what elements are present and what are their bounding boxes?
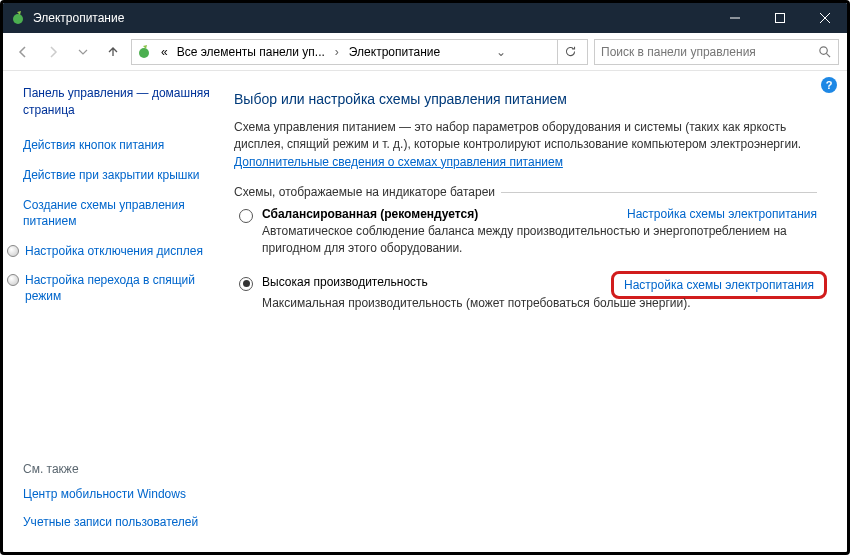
sidebar: Панель управления — домашняя страница Де… (3, 71, 216, 552)
breadcrumb-item-all[interactable]: Все элементы панели уп... (173, 43, 329, 61)
svg-line-7 (826, 53, 830, 57)
app-icon (11, 10, 27, 26)
breadcrumb[interactable]: « Все элементы панели уп... › Электропит… (131, 39, 588, 65)
see-also-mobility[interactable]: Центр мобильности Windows (23, 486, 210, 502)
forward-button (41, 40, 65, 64)
plan-high-performance-name[interactable]: Высокая производительность (262, 275, 617, 289)
help-icon[interactable]: ? (821, 77, 837, 93)
title-bar: Электропитание (3, 3, 847, 33)
search-placeholder: Поиск в панели управления (601, 45, 816, 59)
refresh-button[interactable] (557, 40, 583, 64)
sidebar-link-power-buttons[interactable]: Действия кнопок питания (23, 137, 210, 153)
page-heading: Выбор или настройка схемы управления пит… (234, 91, 817, 107)
bullet-icon (7, 274, 19, 286)
see-also-accounts[interactable]: Учетные записи пользователей (23, 514, 210, 530)
back-button[interactable] (11, 40, 35, 64)
description-text: Схема управления питанием — это набор па… (234, 120, 801, 151)
main-panel: Выбор или настройка схемы управления пит… (216, 71, 847, 552)
bullet-icon (7, 245, 19, 257)
breadcrumb-prefix[interactable]: « (157, 43, 172, 61)
plan-balanced-name[interactable]: Сбалансированная (рекомендуется) (262, 207, 623, 221)
group-label: Схемы, отображаемые на индикаторе батаре… (234, 185, 817, 199)
window-title: Электропитание (33, 11, 712, 25)
page-description: Схема управления питанием — это набор па… (234, 119, 817, 171)
chevron-right-icon[interactable]: › (330, 45, 344, 59)
svg-point-0 (13, 14, 23, 24)
plan-high-performance-desc: Максимальная производительность (может п… (262, 295, 817, 312)
search-input[interactable]: Поиск в панели управления (594, 39, 839, 65)
up-button[interactable] (101, 40, 125, 64)
radio-balanced[interactable] (239, 209, 253, 223)
more-info-link[interactable]: Дополнительные сведения о схемах управле… (234, 155, 563, 169)
content-area: ? Панель управления — домашняя страница … (3, 71, 847, 552)
plan-balanced-desc: Автоматическое соблюдение баланса между … (262, 223, 817, 257)
svg-point-5 (139, 48, 149, 58)
plan-high-performance: Высокая производительность Настройка схе… (234, 275, 817, 326)
chevron-down-icon[interactable]: ⌄ (491, 45, 511, 59)
sidebar-link-display-off[interactable]: Настройка отключения дисплея (25, 243, 203, 259)
plans-group: Схемы, отображаемые на индикаторе батаре… (234, 185, 817, 325)
plan-balanced-settings-link[interactable]: Настройка схемы электропитания (627, 207, 817, 221)
maximize-button[interactable] (757, 3, 802, 33)
recent-dropdown[interactable] (71, 40, 95, 64)
radio-high-performance[interactable] (239, 277, 253, 291)
plan-balanced: Сбалансированная (рекомендуется) Настрой… (234, 207, 817, 271)
nav-bar: « Все элементы панели уп... › Электропит… (3, 33, 847, 71)
sidebar-link-sleep[interactable]: Настройка перехода в спящий режим (25, 272, 210, 304)
breadcrumb-item-power[interactable]: Электропитание (345, 43, 444, 61)
sidebar-link-lid-close[interactable]: Действие при закрытии крышки (23, 167, 210, 183)
svg-rect-2 (775, 14, 784, 23)
sidebar-home-link[interactable]: Панель управления — домашняя страница (23, 85, 210, 119)
close-button[interactable] (802, 3, 847, 33)
see-also-header: См. также (23, 462, 210, 476)
sidebar-link-create-plan[interactable]: Создание схемы управления питанием (23, 197, 210, 229)
search-icon (816, 44, 832, 60)
svg-point-6 (819, 47, 826, 54)
breadcrumb-icon (136, 43, 154, 61)
minimize-button[interactable] (712, 3, 757, 33)
